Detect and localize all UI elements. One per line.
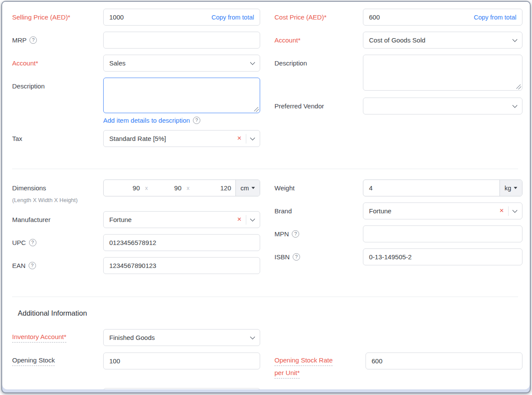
sales-description-textarea[interactable] [103, 78, 260, 113]
resize-handle-icon[interactable] [254, 107, 259, 112]
reorder-point-fieldbox [103, 388, 260, 389]
upc-row: UPC ? [12, 234, 260, 251]
dimensions-label: Dimensions [12, 184, 46, 192]
opening-stock-rate-row: Opening Stock Rate per Unit* [274, 353, 522, 379]
tax-row: Tax Standard Rate [5%] × [12, 130, 260, 147]
ean-input[interactable] [109, 262, 254, 269]
copy-from-total-link[interactable]: Copy from total [474, 14, 516, 21]
inventory-account-value: Finished Goods [109, 334, 251, 341]
question-icon[interactable]: ? [193, 117, 200, 124]
chevron-down-icon [250, 216, 255, 222]
opening-stock-row: Opening Stock [12, 353, 260, 369]
question-icon[interactable]: ? [29, 239, 36, 246]
ean-label: EAN [12, 261, 26, 270]
ean-fieldbox [103, 257, 260, 274]
mrp-label: MRP [12, 36, 26, 44]
isbn-input[interactable] [369, 253, 516, 261]
mpn-input[interactable] [369, 230, 516, 238]
section-divider [12, 297, 518, 297]
cost-price-label: Cost Price (AED)* [274, 13, 326, 21]
mrp-fieldbox [103, 32, 260, 49]
sales-column: Selling Price (AED)* Copy from total MRP… [12, 9, 260, 153]
item-form-window: Selling Price (AED)* Copy from total MRP… [1, 1, 531, 393]
chevron-down-icon [250, 60, 255, 65]
question-icon[interactable]: ? [29, 36, 37, 44]
mpn-fieldbox [363, 225, 522, 242]
question-icon[interactable]: ? [292, 230, 299, 238]
dimension-unit-select[interactable]: cm [235, 180, 260, 196]
purchase-account-value: Cost of Goods Sold [369, 36, 513, 44]
question-icon[interactable]: ? [293, 253, 300, 261]
tax-label: Tax [12, 134, 22, 143]
manufacturer-select[interactable]: Fortune × [103, 211, 260, 228]
chevron-down-icon [512, 208, 518, 213]
selling-price-label: Selling Price (AED)* [12, 13, 70, 21]
preferred-vendor-select[interactable] [363, 98, 522, 114]
dimension-height-input[interactable]: 120 [220, 184, 231, 192]
tax-select[interactable]: Standard Rate [5%] × [103, 130, 260, 147]
clear-icon[interactable]: × [499, 207, 508, 215]
upc-fieldbox [103, 234, 260, 251]
dimension-width-input[interactable]: 90 [174, 184, 182, 192]
chevron-down-icon [512, 103, 518, 108]
manufacturer-label: Manufacturer [12, 215, 50, 224]
upc-label: UPC [12, 238, 26, 247]
sales-account-select[interactable]: Sales [103, 55, 260, 72]
weight-label: Weight [274, 184, 294, 192]
additional-information-heading: Additional Information [18, 309, 522, 317]
mpn-label: MPN [274, 230, 289, 238]
opening-stock-rate-label-line2: per Unit* [274, 369, 300, 379]
purchase-account-label: Account* [274, 36, 300, 44]
purchase-description-textarea[interactable] [363, 55, 522, 91]
chevron-down-icon [250, 135, 255, 141]
selling-price-row: Selling Price (AED)* Copy from total [12, 9, 260, 26]
mrp-input[interactable] [109, 36, 254, 44]
attributes-section: Dimensions (Length X Width X Height) 90 … [12, 180, 522, 280]
mpn-row: MPN ? [274, 225, 522, 242]
clear-icon[interactable]: × [237, 134, 246, 143]
cost-price-input[interactable] [369, 13, 474, 21]
selling-price-input[interactable] [109, 13, 212, 21]
purchase-description-row: Description [274, 55, 522, 91]
attributes-right-column: Weight 4 kg Brand Fortune × [274, 180, 522, 271]
triangle-down-icon [251, 187, 255, 189]
dimension-length-input[interactable]: 90 [133, 184, 140, 192]
inventory-account-label: Inventory Account* [12, 333, 66, 343]
mrp-row: MRP ? [12, 32, 260, 49]
opening-stock-rate-input[interactable] [372, 357, 516, 365]
divider [508, 206, 509, 216]
purchase-account-row: Account* Cost of Goods Sold [274, 32, 522, 49]
sales-account-row: Account* Sales [12, 55, 260, 72]
ean-row: EAN ? [12, 257, 260, 274]
preferred-vendor-label: Preferred Vendor [274, 102, 324, 110]
inventory-account-select[interactable]: Finished Goods [103, 329, 260, 346]
weight-unit-select[interactable]: kg [499, 180, 522, 196]
opening-stock-rate-label-line1: Opening Stock Rate [274, 356, 333, 366]
chevron-down-icon [250, 334, 255, 340]
brand-label: Brand [274, 207, 292, 215]
opening-stock-fieldbox [103, 353, 260, 369]
add-item-details-link[interactable]: Add item details to description [103, 117, 190, 124]
resize-handle-icon[interactable] [516, 85, 521, 89]
purchase-account-select[interactable]: Cost of Goods Sold [363, 32, 522, 49]
manufacturer-row: Manufacturer Fortune × [12, 211, 260, 228]
opening-stock-rate-fieldbox [366, 353, 522, 369]
additional-section: Inventory Account* Finished Goods Openin… [12, 329, 522, 389]
copy-from-total-link[interactable]: Copy from total [212, 14, 254, 21]
weight-fieldbox: 4 kg [363, 180, 522, 196]
question-icon[interactable]: ? [29, 262, 36, 269]
opening-stock-input[interactable] [109, 357, 254, 365]
weight-unit-value: kg [505, 185, 511, 192]
manufacturer-value: Fortune [109, 216, 237, 223]
clear-icon[interactable]: × [237, 215, 246, 224]
dimensions-sublabel: (Length X Width X Height) [12, 197, 97, 203]
section-divider [12, 169, 518, 169]
dimensions-row: Dimensions (Length X Width X Height) 90 … [12, 180, 260, 203]
divider [246, 215, 246, 225]
upc-input[interactable] [109, 239, 254, 246]
weight-row: Weight 4 kg [274, 180, 522, 196]
dimension-unit-value: cm [241, 185, 249, 192]
pricing-section: Selling Price (AED)* Copy from total MRP… [12, 9, 522, 153]
weight-input[interactable]: 4 [363, 180, 499, 196]
brand-select[interactable]: Fortune × [363, 202, 522, 219]
